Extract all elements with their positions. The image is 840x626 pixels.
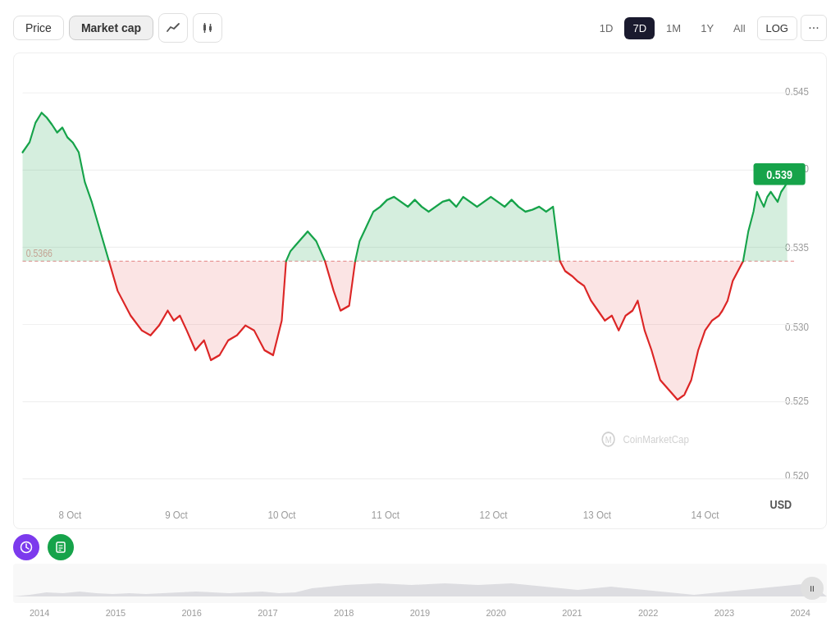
year-axis: 2014 2015 2016 2017 2018 2019 2020 2021 …	[13, 606, 827, 619]
svg-text:10 Oct: 10 Oct	[267, 509, 296, 521]
time-btn-1d[interactable]: 1D	[591, 17, 622, 39]
time-btn-all[interactable]: All	[725, 17, 753, 39]
svg-rect-36	[57, 542, 65, 552]
svg-text:M: M	[605, 436, 612, 446]
svg-text:0.520: 0.520	[785, 469, 809, 482]
svg-text:9 Oct: 9 Oct	[165, 509, 188, 521]
toolbar: Price Market cap 1D 7D 1M	[13, 13, 827, 43]
main-chart-area: 0.545 0.540 0.535 0.530 0.525 0.520 0.53…	[13, 53, 827, 529]
svg-text:14 Oct: 14 Oct	[692, 509, 720, 521]
year-label: 2019	[410, 608, 430, 618]
toolbar-left: Price Market cap	[13, 13, 222, 43]
time-btn-1m[interactable]: 1M	[658, 17, 689, 39]
time-btn-1y[interactable]: 1Y	[692, 17, 722, 39]
price-tab[interactable]: Price	[13, 16, 64, 40]
year-label: 2024	[791, 608, 810, 618]
year-label: 2015	[106, 608, 126, 618]
minimap-area: ⏸	[13, 564, 827, 603]
svg-rect-3	[209, 26, 212, 30]
timeline-section: ⏸ 2014 2015 2016 2017 2018 2019 2020 202…	[13, 529, 827, 619]
time-btn-7d[interactable]: 7D	[624, 17, 655, 39]
line-chart-icon[interactable]	[158, 13, 188, 43]
svg-text:11 Oct: 11 Oct	[372, 509, 400, 521]
price-chart-svg: 0.545 0.540 0.535 0.530 0.525 0.520 0.53…	[14, 53, 826, 528]
svg-text:0.530: 0.530	[785, 321, 809, 333]
pause-button[interactable]: ⏸	[801, 577, 824, 600]
svg-text:CoinMarketCap: CoinMarketCap	[623, 434, 689, 446]
svg-rect-0	[203, 25, 206, 30]
svg-text:0.525: 0.525	[785, 395, 809, 408]
history-icon-button[interactable]	[13, 534, 39, 560]
year-label: 2017	[258, 608, 277, 618]
toolbar-right: 1D 7D 1M 1Y All LOG ···	[591, 15, 827, 41]
svg-text:0.545: 0.545	[785, 85, 809, 98]
svg-text:13 Oct: 13 Oct	[583, 509, 612, 521]
year-label: 2020	[486, 608, 506, 618]
candlestick-icon[interactable]	[193, 13, 222, 43]
svg-text:12 Oct: 12 Oct	[479, 509, 508, 521]
year-label: 2016	[182, 608, 202, 618]
year-label: 2023	[714, 608, 734, 618]
year-label: 2018	[334, 608, 354, 618]
more-options-button[interactable]: ···	[801, 15, 827, 41]
market-cap-tab[interactable]: Market cap	[69, 16, 153, 40]
svg-text:8 Oct: 8 Oct	[59, 509, 82, 521]
log-btn[interactable]: LOG	[757, 16, 797, 40]
svg-text:USD: USD	[770, 498, 792, 511]
svg-text:0.539: 0.539	[766, 168, 792, 181]
year-label: 2014	[30, 608, 49, 618]
main-container: Price Market cap 1D 7D 1M	[0, 0, 840, 626]
year-label: 2021	[562, 608, 582, 618]
document-icon-button[interactable]	[48, 534, 74, 560]
year-label: 2022	[638, 608, 658, 618]
